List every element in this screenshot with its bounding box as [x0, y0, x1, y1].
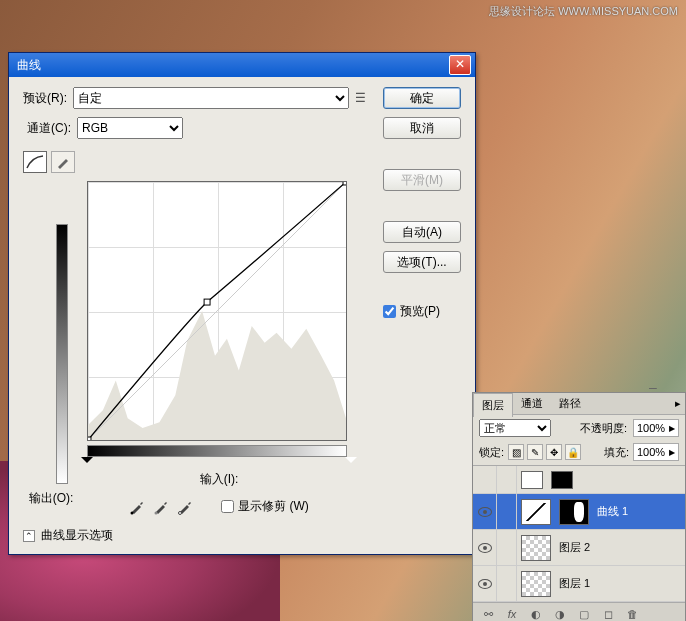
blend-mode-select[interactable]: 正常 — [479, 419, 551, 437]
layer-name: 图层 1 — [555, 576, 685, 591]
smooth-button: 平滑(M) — [383, 169, 461, 191]
layer-thumbnail — [521, 535, 551, 561]
lock-transparency-icon[interactable]: ▨ — [508, 444, 524, 460]
cancel-button[interactable]: 取消 — [383, 117, 461, 139]
eye-icon — [478, 579, 492, 589]
curve-line — [88, 182, 346, 440]
layer-thumbnail — [521, 571, 551, 597]
tab-layers[interactable]: 图层 — [473, 393, 513, 417]
dialog-title: 曲线 — [13, 57, 449, 74]
svg-point-6 — [179, 511, 182, 514]
panel-footer: ⚯ fx ◐ ◑ ▢ ◻ 🗑 — [473, 602, 685, 621]
preset-label: 预设(R): — [23, 90, 67, 107]
layer-name: 图层 2 — [555, 540, 685, 555]
layer-row[interactable]: 图层 1 — [473, 566, 685, 602]
auto-button[interactable]: 自动(A) — [383, 221, 461, 243]
input-sliders[interactable] — [87, 457, 351, 467]
layer-row[interactable] — [473, 466, 685, 494]
white-point-slider[interactable] — [345, 457, 357, 469]
layer-row[interactable]: 图层 2 — [473, 530, 685, 566]
layer-name: 曲线 1 — [593, 504, 685, 519]
new-layer-icon[interactable]: ◻ — [599, 606, 617, 621]
ok-button[interactable]: 确定 — [383, 87, 461, 109]
fill-label: 填充: — [604, 445, 629, 460]
lock-all-icon[interactable]: 🔒 — [565, 444, 581, 460]
curve-tool-pencil[interactable] — [51, 151, 75, 173]
group-icon[interactable]: ▢ — [575, 606, 593, 621]
expand-arrow-icon[interactable]: ⌃ — [23, 530, 35, 542]
link-layers-icon[interactable]: ⚯ — [479, 606, 497, 621]
curves-dialog: 曲线 ✕ 预设(R): 自定 ☰ 通道(C): RGB — [8, 52, 476, 555]
svg-line-0 — [88, 182, 346, 440]
layer-row[interactable]: 曲线 1 — [473, 494, 685, 530]
preview-checkbox[interactable]: 预览(P) — [383, 303, 461, 320]
preset-select[interactable]: 自定 — [73, 87, 349, 109]
trash-icon[interactable]: 🗑 — [623, 606, 641, 621]
eye-icon — [478, 507, 492, 517]
panel-menu-icon[interactable]: ▸ — [675, 397, 681, 410]
channel-label: 通道(C): — [27, 120, 71, 137]
visibility-toggle[interactable] — [473, 566, 497, 602]
fx-icon[interactable]: fx — [503, 606, 521, 621]
input-label: 输入(I): — [200, 472, 239, 486]
svg-point-5 — [155, 511, 158, 514]
opacity-label: 不透明度: — [580, 421, 627, 436]
visibility-toggle[interactable] — [473, 530, 497, 566]
input-gradient — [87, 445, 347, 457]
preset-menu-icon[interactable]: ☰ — [355, 91, 369, 105]
eyedropper-white-icon[interactable] — [177, 499, 193, 515]
eye-icon — [478, 543, 492, 553]
svg-rect-1 — [88, 437, 91, 440]
dialog-titlebar[interactable]: 曲线 ✕ — [9, 53, 475, 77]
fill-input[interactable]: 100%▶ — [633, 443, 679, 461]
lock-position-icon[interactable]: ✥ — [546, 444, 562, 460]
layer-list: 曲线 1 图层 2 图层 1 — [473, 466, 685, 602]
close-button[interactable]: ✕ — [449, 55, 471, 75]
black-point-slider[interactable] — [81, 457, 93, 469]
output-gradient — [56, 224, 68, 484]
opacity-input[interactable]: 100%▶ — [633, 419, 679, 437]
expand-label: 曲线显示选项 — [41, 527, 113, 544]
svg-rect-2 — [204, 299, 210, 305]
svg-rect-3 — [343, 182, 346, 185]
curve-canvas[interactable] — [87, 181, 347, 441]
eyedropper-black-icon[interactable] — [129, 499, 145, 515]
eyedropper-gray-icon[interactable] — [153, 499, 169, 515]
show-clip-checkbox[interactable]: 显示修剪 (W) — [221, 498, 309, 515]
layer-mask-thumbnail — [559, 499, 589, 525]
layers-panel: – 图层 通道 路径 ▸ 正常 不透明度: 100%▶ 锁定: ▨ ✎ ✥ 🔒 … — [472, 392, 686, 621]
tab-channels[interactable]: 通道 — [513, 392, 551, 415]
svg-point-4 — [131, 511, 134, 514]
watermark-text: 思缘设计论坛 WWW.MISSYUAN.COM — [489, 4, 678, 19]
lock-label: 锁定: — [479, 445, 504, 460]
tab-paths[interactable]: 路径 — [551, 392, 589, 415]
options-button[interactable]: 选项(T)... — [383, 251, 461, 273]
channel-select[interactable]: RGB — [77, 117, 183, 139]
lock-pixels-icon[interactable]: ✎ — [527, 444, 543, 460]
curve-tool-point[interactable] — [23, 151, 47, 173]
adjustment-icon[interactable]: ◑ — [551, 606, 569, 621]
output-label: 输出(O): — [29, 490, 74, 507]
layer-thumbnail — [521, 499, 551, 525]
visibility-toggle[interactable] — [473, 494, 497, 530]
mask-icon[interactable]: ◐ — [527, 606, 545, 621]
